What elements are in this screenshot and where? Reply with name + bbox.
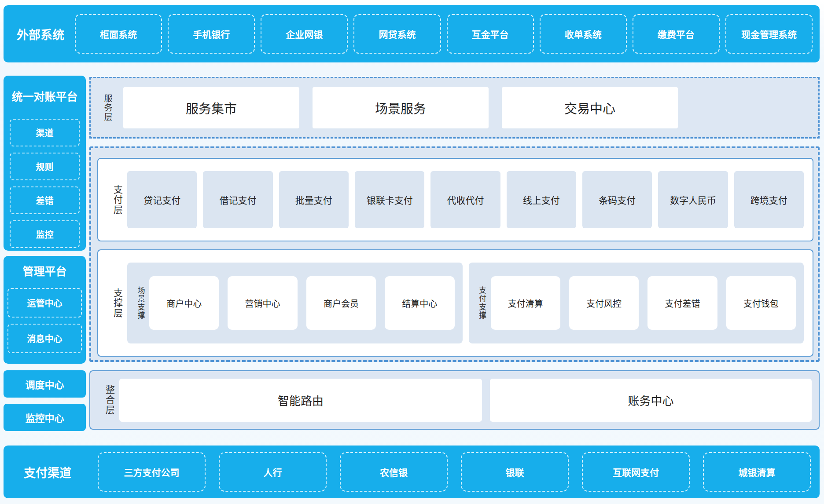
payment-support-list: 支付清算 支付风控 支付差错 支付钱包 xyxy=(491,276,796,330)
mgmt-platform-panel: 管理平台 运管中心 消息中心 xyxy=(4,256,86,364)
service-box: 服务集市 xyxy=(123,87,299,128)
external-system-box: 现金管理系统 xyxy=(725,14,813,54)
core-layers-container: 支付层 贷记支付 借记支付 批量支付 银联卡支付 代收代付 线上支付 条码支付 xyxy=(89,146,820,362)
integration-box: 智能路由 xyxy=(119,379,482,422)
payment-box: 银联卡支付 xyxy=(355,171,424,228)
recon-platform-box: 差错 xyxy=(10,186,80,214)
integration-layer-list: 智能路由 账务中心 xyxy=(119,379,812,422)
service-box: 场景服务 xyxy=(313,87,489,128)
payment-channel-box: 三方支付公司 xyxy=(98,452,206,492)
mgmt-platform-box: 运管中心 xyxy=(7,288,82,318)
recon-platform-list: 渠道 规则 差错 监控 xyxy=(10,119,80,248)
scene-support-box: 商户会员 xyxy=(306,276,376,330)
payment-channels-list: 三方支付公司 人行 农信银 银联 互联网支付 城银清算 xyxy=(98,452,811,492)
scene-support-label: 场景支撑 xyxy=(132,286,149,320)
payment-support-label: 支付支撑 xyxy=(473,286,491,320)
payment-box: 借记支付 xyxy=(203,171,272,228)
payment-support-box: 支付清算 xyxy=(491,276,560,330)
integration-layer-box: 整合层 智能路由 账务中心 xyxy=(89,370,820,430)
payment-support-box: 支付钱包 xyxy=(726,276,796,330)
external-system-box: 手机银行 xyxy=(168,14,255,54)
payment-support-box: 支付差错 xyxy=(647,276,717,330)
external-system-box: 网贷系统 xyxy=(353,14,441,54)
payment-channel-box: 人行 xyxy=(219,452,327,492)
payment-box: 代收代付 xyxy=(430,171,500,228)
payment-channel-box: 城银清算 xyxy=(703,452,811,492)
external-system-box: 缴费平台 xyxy=(633,14,720,54)
payment-channel-box: 互联网支付 xyxy=(582,452,690,492)
service-box: 交易中心 xyxy=(502,87,678,128)
payment-support-group: 支付支撑 支付清算 支付风控 支付差错 支付钱包 xyxy=(469,263,804,343)
recon-platform-title: 统一对账平台 xyxy=(4,76,86,104)
external-systems-list: 柜面系统 手机银行 企业网银 网贷系统 互金平台 收单系统 缴费平台 现金管理系… xyxy=(75,14,813,54)
recon-platform-box: 渠道 xyxy=(10,119,80,146)
integration-box: 账务中心 xyxy=(490,379,812,422)
service-layer-label: 服务层 xyxy=(98,94,117,122)
integration-layer-label: 整合层 xyxy=(100,385,119,415)
payment-support-box: 支付风控 xyxy=(569,276,639,330)
scene-support-box: 商户中心 xyxy=(149,276,219,330)
payment-box: 线上支付 xyxy=(507,171,576,228)
recon-platform-box: 规则 xyxy=(10,153,80,180)
payment-layer-box: 支付层 贷记支付 借记支付 批量支付 银联卡支付 代收代付 线上支付 条码支付 xyxy=(97,158,813,241)
scene-support-box: 营销中心 xyxy=(228,276,297,330)
payment-channels-title: 支付渠道 xyxy=(24,464,98,481)
external-system-box: 收单系统 xyxy=(540,14,627,54)
service-layer-list: 服务集市 场景服务 交易中心 xyxy=(117,87,811,128)
support-layer-label: 支撑层 xyxy=(108,288,127,318)
payment-box: 贷记支付 xyxy=(127,171,197,228)
payment-box: 条码支付 xyxy=(582,171,652,228)
payment-box: 批量支付 xyxy=(279,171,349,228)
recon-platform-box: 监控 xyxy=(10,220,80,248)
service-layer-container: 服务层 服务集市 场景服务 交易中心 xyxy=(89,77,820,139)
payment-layer-label: 支付层 xyxy=(108,185,127,215)
scene-support-group: 场景支撑 商户中心 营销中心 商户会员 结算中心 xyxy=(127,263,463,343)
payment-channel-box: 银联 xyxy=(461,452,569,492)
payment-architecture-diagram: 外部系统 柜面系统 手机银行 企业网银 网贷系统 互金平台 收单系统 缴费平台 … xyxy=(0,0,824,504)
external-systems-title: 外部系统 xyxy=(17,26,75,43)
payment-layer-list: 贷记支付 借记支付 批量支付 银联卡支付 代收代付 线上支付 条码支付 数字人民… xyxy=(127,171,804,228)
mgmt-platform-title: 管理平台 xyxy=(4,256,86,278)
external-systems-bar: 外部系统 柜面系统 手机银行 企业网银 网贷系统 互金平台 收单系统 缴费平台 … xyxy=(4,5,820,62)
payment-box: 跨境支付 xyxy=(734,171,804,228)
payment-channels-bar: 支付渠道 三方支付公司 人行 农信银 银联 互联网支付 城银清算 xyxy=(4,446,820,498)
external-system-box: 柜面系统 xyxy=(75,14,162,54)
recon-platform-panel: 统一对账平台 渠道 规则 差错 监控 xyxy=(4,76,86,251)
mgmt-platform-box: 消息中心 xyxy=(7,324,82,353)
support-groups: 场景支撑 商户中心 营销中心 商户会员 结算中心 支付支撑 xyxy=(127,263,804,343)
support-layer-box: 支撑层 场景支撑 商户中心 营销中心 商户会员 结算中心 xyxy=(97,249,813,357)
monitor-center-block: 监控中心 xyxy=(4,404,86,431)
external-system-box: 企业网银 xyxy=(261,14,348,54)
payment-box: 数字人民币 xyxy=(658,171,728,228)
scene-support-list: 商户中心 营销中心 商户会员 结算中心 xyxy=(149,276,455,330)
scene-support-box: 结算中心 xyxy=(385,276,454,330)
mgmt-platform-list: 运管中心 消息中心 xyxy=(7,288,82,353)
payment-channel-box: 农信银 xyxy=(340,452,448,492)
dispatch-center-block: 调度中心 xyxy=(4,370,86,398)
external-system-box: 互金平台 xyxy=(447,14,534,54)
